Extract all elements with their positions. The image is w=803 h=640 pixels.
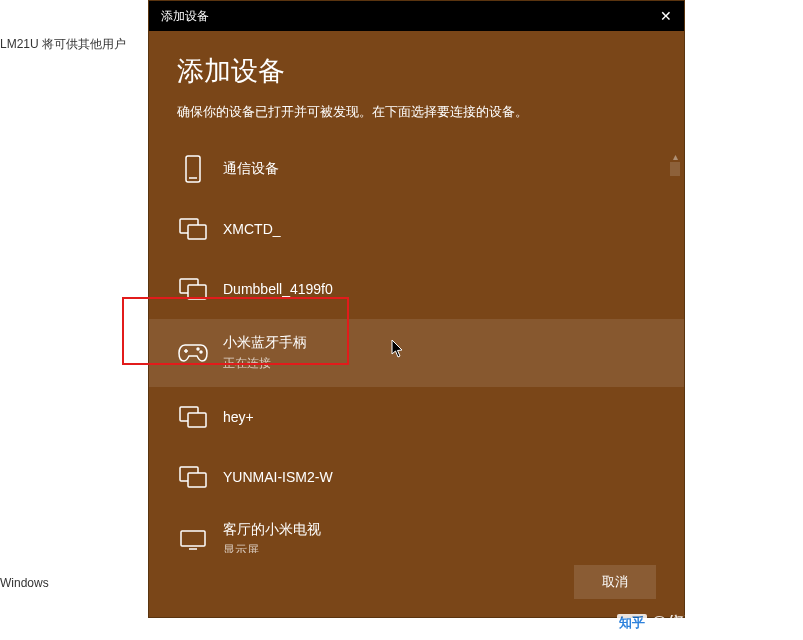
device-info: hey+ (223, 409, 254, 425)
background-device-text: LM21U 将可供其他用户 (0, 36, 126, 53)
screens-icon (177, 213, 209, 245)
device-info: XMCTD_ (223, 221, 281, 237)
device-name: hey+ (223, 409, 254, 425)
device-item-xmctd[interactable]: XMCTD_ (149, 199, 684, 259)
screens-icon (177, 401, 209, 433)
device-name: 通信设备 (223, 160, 279, 178)
device-item-xiaomi-gamepad[interactable]: 小米蓝牙手柄 正在连接 (149, 319, 684, 387)
device-item-dumbbell[interactable]: Dumbbell_4199f0 (149, 259, 684, 319)
monitor-icon (177, 524, 209, 553)
device-name: Dumbbell_4199f0 (223, 281, 333, 297)
titlebar: 添加设备 ✕ (149, 1, 684, 31)
screens-icon (177, 273, 209, 305)
gamepad-icon (177, 337, 209, 369)
watermark-logo: 知乎 (617, 614, 647, 632)
dialog-subtitle: 确保你的设备已打开并可被发现。在下面选择要连接的设备。 (149, 103, 684, 121)
dialog-title: 添加设备 (149, 53, 684, 89)
dialog-footer: 取消 (149, 553, 684, 617)
device-name: 小米蓝牙手柄 (223, 334, 307, 352)
add-device-dialog: 添加设备 ✕ 添加设备 确保你的设备已打开并可被发现。在下面选择要连接的设备。 … (148, 0, 685, 618)
device-name: YUNMAI-ISM2-W (223, 469, 333, 485)
device-name: 客厅的小米电视 (223, 521, 321, 539)
device-name: XMCTD_ (223, 221, 281, 237)
watermark: 知乎 @娴滴baba数码科技 (617, 613, 791, 632)
close-button[interactable]: ✕ (642, 8, 672, 24)
device-status: 正在连接 (223, 355, 307, 372)
device-info: YUNMAI-ISM2-W (223, 469, 333, 485)
device-item-yunmai[interactable]: YUNMAI-ISM2-W (149, 447, 684, 507)
device-item-livingroom-tv[interactable]: 客厅的小米电视 显示屏 (149, 507, 684, 553)
svg-rect-3 (188, 225, 206, 239)
background-windows-text: Windows (0, 576, 49, 590)
cancel-button[interactable]: 取消 (574, 565, 656, 599)
scrollbar-up-icon[interactable]: ▴ (668, 151, 682, 162)
phone-icon (177, 153, 209, 185)
watermark-text: @娴滴baba数码科技 (651, 613, 791, 632)
device-list: 通信设备 XMCTD_ Dumbbell_4199f0 (149, 139, 684, 553)
svg-rect-13 (188, 473, 206, 487)
device-info: Dumbbell_4199f0 (223, 281, 333, 297)
svg-rect-11 (188, 413, 206, 427)
svg-rect-14 (181, 531, 205, 546)
scrollbar-thumb[interactable] (670, 162, 680, 176)
device-info: 小米蓝牙手柄 正在连接 (223, 334, 307, 372)
scrollbar[interactable]: ▴ (668, 151, 682, 553)
device-item-communication[interactable]: 通信设备 (149, 139, 684, 199)
device-status: 显示屏 (223, 542, 321, 553)
device-info: 客厅的小米电视 显示屏 (223, 521, 321, 553)
device-info: 通信设备 (223, 160, 279, 178)
screens-icon (177, 461, 209, 493)
titlebar-title: 添加设备 (161, 8, 209, 25)
device-item-hey[interactable]: hey+ (149, 387, 684, 447)
svg-point-8 (197, 348, 199, 350)
svg-point-9 (200, 351, 202, 353)
dialog-content: 添加设备 确保你的设备已打开并可被发现。在下面选择要连接的设备。 通信设备 XM… (149, 31, 684, 553)
svg-rect-5 (188, 285, 206, 299)
